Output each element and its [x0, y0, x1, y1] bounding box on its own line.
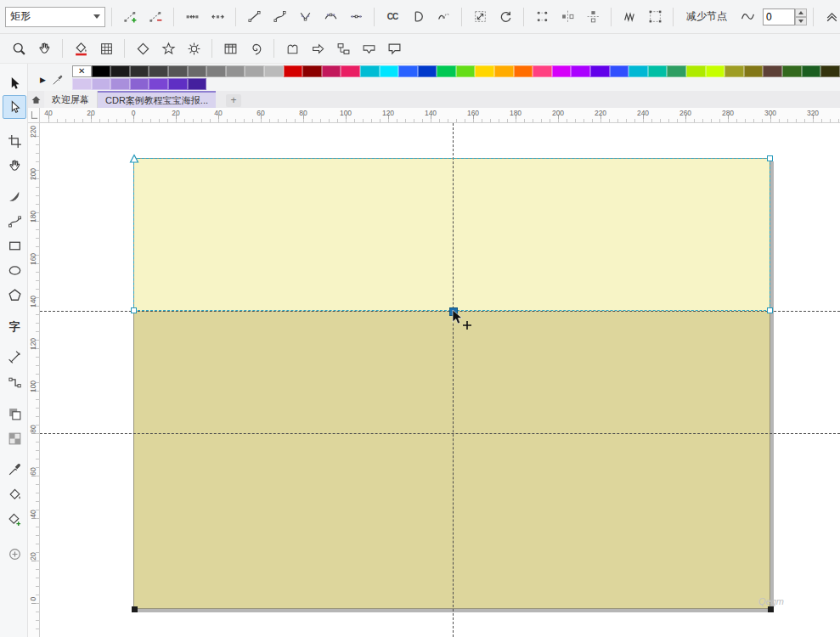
color-swatch[interactable]: [552, 65, 572, 77]
shape-tool[interactable]: [3, 95, 26, 119]
shape-preset-dropdown[interactable]: 矩形: [5, 7, 105, 27]
elastic-mode-button[interactable]: [617, 5, 641, 29]
rectangle-tool[interactable]: [3, 234, 26, 257]
shadow-tool[interactable]: [3, 402, 26, 426]
reflect-horizontal-button[interactable]: [555, 5, 579, 29]
color-swatch[interactable]: [667, 65, 686, 77]
color-swatch[interactable]: [494, 65, 514, 77]
selected-node[interactable]: [449, 307, 458, 316]
color-swatch[interactable]: [418, 65, 437, 77]
align-nodes-button[interactable]: [530, 5, 554, 29]
color-swatch[interactable]: [188, 65, 207, 77]
select-all-nodes-button[interactable]: [643, 5, 667, 29]
color-swatch[interactable]: [302, 65, 322, 77]
join-nodes-button[interactable]: [180, 5, 204, 29]
pan-tool[interactable]: [3, 154, 26, 178]
color-swatch[interactable]: [475, 65, 494, 77]
tab-welcome-screen[interactable]: 欢迎屏幕: [44, 91, 98, 108]
new-tab-button[interactable]: +: [226, 94, 241, 107]
color-swatch[interactable]: [168, 65, 188, 77]
delete-node-button[interactable]: [144, 5, 167, 29]
zoom-button[interactable]: [7, 37, 31, 60]
curve-smoothness-button[interactable]: [736, 5, 759, 29]
color-swatch[interactable]: [744, 65, 764, 77]
color-swatch[interactable]: [629, 65, 648, 77]
polygon-tool[interactable]: [3, 283, 26, 307]
v-ruler[interactable]: 220200180160140120100806040200: [28, 123, 40, 637]
table-button[interactable]: [218, 37, 242, 60]
color-swatch[interactable]: [686, 65, 706, 77]
color-swatch[interactable]: [92, 78, 111, 90]
color-swatch[interactable]: [360, 65, 380, 77]
convert-to-line-button[interactable]: [242, 5, 266, 29]
more-tools-button[interactable]: [3, 542, 26, 566]
stretch-nodes-button[interactable]: [468, 5, 492, 29]
horizontal-guideline-1[interactable]: [40, 311, 840, 312]
crop-tool[interactable]: [3, 129, 26, 153]
smart-fill-tool[interactable]: [3, 507, 26, 531]
pan-button[interactable]: [32, 37, 56, 60]
start-node-triangle[interactable]: [129, 154, 139, 164]
callout-shapes-button[interactable]: [382, 37, 406, 60]
color-swatch[interactable]: [149, 78, 168, 90]
color-swatch[interactable]: [149, 65, 168, 77]
fill-color-button[interactable]: [69, 37, 93, 60]
extract-subpath-button[interactable]: [431, 5, 455, 29]
color-swatch[interactable]: [782, 65, 802, 77]
color-swatch[interactable]: [763, 65, 782, 77]
color-swatch[interactable]: [724, 65, 744, 77]
color-swatch[interactable]: [226, 65, 245, 77]
reverse-direction-button[interactable]: CC: [381, 5, 404, 29]
convert-to-curve-button[interactable]: [268, 5, 291, 29]
ellipse-tool[interactable]: [3, 258, 26, 282]
color-swatch[interactable]: [456, 65, 476, 77]
color-swatch[interactable]: [92, 65, 111, 77]
corner-node-bottom-left[interactable]: [131, 307, 137, 313]
color-swatch[interactable]: [72, 78, 92, 90]
color-swatch[interactable]: [110, 65, 130, 77]
eyedropper-tool[interactable]: [3, 457, 26, 481]
connector-tool[interactable]: [3, 370, 26, 394]
dimension-tool[interactable]: [3, 345, 26, 369]
spiral-button[interactable]: [244, 37, 268, 60]
color-swatch[interactable]: [206, 65, 226, 77]
page-corner-node-bottom-left[interactable]: [132, 606, 138, 612]
color-swatch[interactable]: [130, 65, 149, 77]
common-shapes-button[interactable]: [280, 37, 304, 60]
text-tool[interactable]: 字: [3, 314, 26, 338]
color-swatch[interactable]: [188, 78, 207, 90]
horizontal-guideline-2[interactable]: [40, 433, 840, 434]
add-node-button[interactable]: [118, 5, 142, 29]
eyedropper-icon[interactable]: [52, 74, 64, 86]
drawing-canvas[interactable]: Qeqm: [40, 123, 840, 637]
color-swatch[interactable]: [341, 65, 360, 77]
color-swatch[interactable]: [398, 65, 418, 77]
interactive-fill-tool[interactable]: [3, 482, 26, 506]
freehand-tool[interactable]: [3, 209, 26, 233]
color-swatch[interactable]: [571, 65, 590, 77]
color-swatch[interactable]: [264, 65, 284, 77]
color-swatch[interactable]: [130, 78, 149, 90]
reflect-vertical-button[interactable]: [581, 5, 605, 29]
color-swatch[interactable]: [648, 65, 668, 77]
color-swatch[interactable]: [706, 65, 725, 77]
arrow-shapes-button[interactable]: [306, 37, 330, 60]
color-swatch[interactable]: [590, 65, 610, 77]
color-swatch[interactable]: [110, 78, 130, 90]
color-swatch[interactable]: [168, 78, 188, 90]
page-corner-node-bottom-right[interactable]: [768, 606, 774, 612]
color-swatch[interactable]: [245, 65, 264, 77]
tab-document[interactable]: CDR案例教程宝宝海报...: [98, 91, 216, 108]
spin-down-button[interactable]: [795, 17, 807, 25]
color-swatch[interactable]: [380, 65, 399, 77]
cusp-node-button[interactable]: [293, 5, 317, 29]
corner-node-bottom-right[interactable]: [767, 307, 773, 313]
close-curve-button[interactable]: [406, 5, 430, 29]
color-swatch[interactable]: [802, 65, 821, 77]
smooth-node-button[interactable]: [319, 5, 342, 29]
rotate-nodes-button[interactable]: [493, 5, 517, 29]
transparency-tool[interactable]: [3, 426, 26, 450]
color-swatch[interactable]: [284, 65, 303, 77]
palette-flyout-arrow[interactable]: ▶: [40, 76, 46, 84]
graph-paper-button[interactable]: [94, 37, 118, 60]
